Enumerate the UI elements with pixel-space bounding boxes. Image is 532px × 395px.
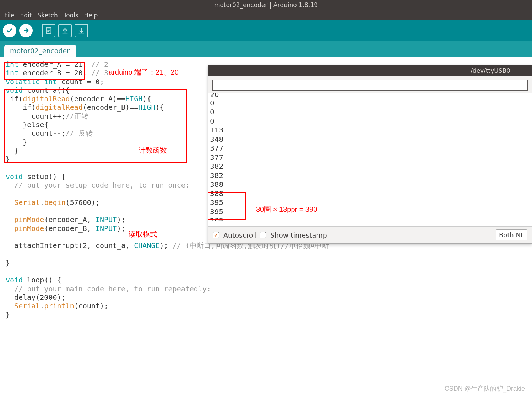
serial-output-line: 395 [210,207,530,217]
timestamp-checkbox[interactable] [260,232,266,238]
serial-output-line: 0 [210,117,530,126]
serial-output-line: 0 [210,108,530,117]
serial-output-line: 0 [210,99,530,108]
serial-output-line: 382 [210,162,530,171]
tab-sketch[interactable]: motor02_encoder [4,45,76,57]
tabbar: motor02_encoder [0,41,532,57]
serial-monitor-titlebar: /dev/ttyUSB0 [208,65,532,76]
serial-output[interactable]: 50000113348377377382382388388395395205 [208,93,532,226]
window-title: motor02_encoder | Arduino 1.8.19 [214,1,318,9]
menubar: File Edit Sketch Tools Help [0,10,532,20]
serial-input-row [208,76,532,93]
serial-output-line: 205 [210,216,530,221]
serial-output-line: 113 [210,126,530,135]
serial-output-line: 50 [210,93,530,99]
serial-bottom-bar: Autoscroll Show timestamp Both NL [208,226,532,243]
line-ending-value: Both NL [499,231,524,239]
verify-button[interactable] [3,24,16,37]
window-titlebar: motor02_encoder | Arduino 1.8.19 [0,0,532,10]
menu-help[interactable]: Help [82,11,100,20]
menu-tools[interactable]: Tools [61,11,81,20]
serial-output-line: 377 [210,153,530,162]
menu-edit[interactable]: Edit [18,11,34,20]
serial-output-line: 388 [210,189,530,199]
upload-button[interactable] [19,24,33,37]
menu-file[interactable]: File [2,11,16,20]
watermark: CSDN @生产队的驴_Drakie [445,384,525,393]
toolbar [0,20,532,41]
autoscroll-label: Autoscroll [223,231,257,239]
serial-output-line: 395 [210,198,530,207]
autoscroll-checkbox[interactable] [213,232,219,238]
timestamp-label: Show timestamp [270,231,327,239]
new-button[interactable] [42,24,55,37]
line-ending-select[interactable]: Both NL [496,229,527,240]
menu-sketch[interactable]: Sketch [35,11,60,20]
serial-monitor-title: /dev/ttyUSB0 [471,67,510,74]
serial-output-line: 348 [210,135,530,144]
serial-output-line: 382 [210,171,530,180]
serial-input[interactable] [212,80,528,91]
tab-label: motor02_encoder [10,47,70,55]
arrow-up-icon [61,27,69,34]
serial-output-line: 388 [210,180,530,189]
check-icon [6,27,13,34]
arrow-down-icon [77,27,85,34]
serial-output-line: 377 [210,144,530,153]
serial-monitor-window: /dev/ttyUSB0 500001133483773773823823883… [208,65,532,244]
open-button[interactable] [58,24,72,37]
file-icon [45,27,53,34]
arrow-right-icon [22,27,29,34]
svg-rect-0 [47,28,51,34]
save-button[interactable] [75,24,88,37]
